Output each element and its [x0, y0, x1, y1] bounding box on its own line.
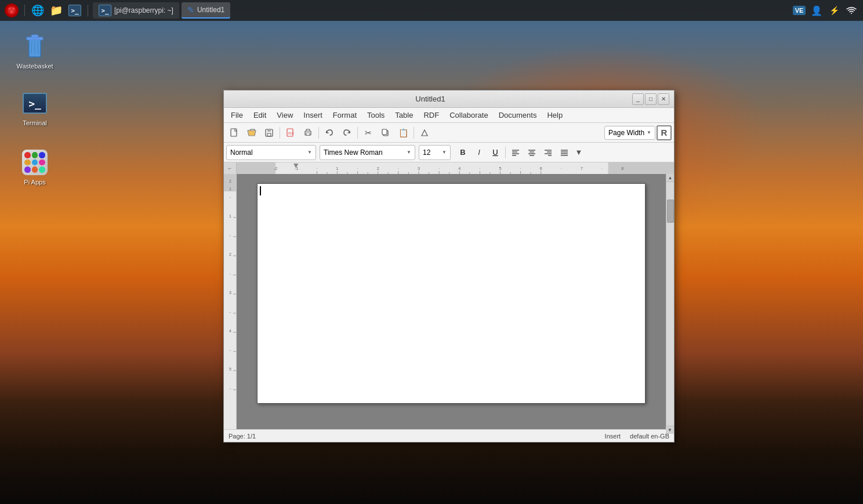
maximize-btn[interactable]: □: [645, 93, 657, 105]
svg-text:3: 3: [418, 166, 420, 171]
document-page[interactable]: [257, 183, 646, 404]
svg-text:1: 1: [229, 187, 231, 191]
taskbar-terminal-app[interactable]: >_ [pi@raspberrypi: ~]: [93, 2, 179, 19]
svg-rect-19: [382, 129, 387, 135]
bluetooth-tray-btn[interactable]: ⚡: [827, 3, 841, 17]
underline-btn[interactable]: U: [488, 145, 503, 160]
desktop-icon-terminal[interactable]: >_ Terminal: [12, 86, 58, 130]
menu-file[interactable]: File: [226, 110, 248, 121]
svg-text:1: 1: [336, 166, 339, 171]
more-formatting-btn[interactable]: ▼: [573, 145, 585, 160]
taskbar-writer-app[interactable]: ✎ Untitled1: [182, 2, 230, 19]
taskbar: 🌐 📁 >_ >_ [pi@raspberrypi: ~] ✎ Untitled…: [0, 0, 863, 21]
toolbar2: Normal ▼ Times New Roman ▼ 12 ▼ B I: [224, 143, 674, 162]
taskbar-sep2: [88, 5, 88, 16]
minimize-btn[interactable]: _: [632, 93, 644, 105]
menu-documents[interactable]: Documents: [494, 110, 542, 121]
menu-insert[interactable]: Insert: [299, 110, 327, 121]
page-width-label: Page Width: [608, 129, 644, 137]
align-justify-btn[interactable]: [557, 145, 572, 160]
page-info: Page: 1/1: [229, 433, 256, 440]
bluetooth-icon: ⚡: [829, 6, 839, 15]
export-pdf-btn[interactable]: PDF: [282, 125, 299, 140]
paste-btn[interactable]: 📋: [395, 125, 411, 140]
menu-edit[interactable]: Edit: [249, 110, 271, 121]
align-right-btn[interactable]: [541, 145, 556, 160]
language-info: default en-GB: [630, 433, 669, 440]
svg-rect-38: [275, 162, 608, 174]
scroll-up-btn[interactable]: ▲: [666, 174, 674, 182]
menu-tools[interactable]: Tools: [362, 110, 389, 121]
svg-text:5: 5: [229, 367, 231, 371]
taskbar-tray: VE 👤 ⚡: [788, 3, 863, 17]
ve-tray-btn[interactable]: VE: [792, 3, 806, 17]
svg-text:2: 2: [229, 179, 231, 183]
scrollbar-vertical[interactable]: ▲ ▼: [666, 174, 674, 429]
menu-help[interactable]: Help: [542, 110, 567, 121]
svg-point-3: [10, 10, 13, 13]
svg-text:·: ·: [438, 166, 440, 171]
doc-scroll[interactable]: [237, 174, 666, 429]
desktop-icon-piapps[interactable]: Pi Apps: [12, 145, 58, 189]
save-btn[interactable]: [261, 125, 277, 140]
align-left-btn[interactable]: [508, 145, 523, 160]
toolbar1: PDF ✂ 📋: [224, 123, 674, 143]
taskbar-browser-btn[interactable]: 🌐: [30, 2, 46, 19]
wifi-tray-btn[interactable]: [844, 3, 858, 17]
piapps-label: Pi Apps: [24, 179, 45, 186]
user-tray-btn[interactable]: 👤: [810, 3, 824, 17]
page-width-dropdown[interactable]: Page Width ▼: [604, 126, 655, 140]
ruler-corner-btn[interactable]: ⌐: [224, 162, 237, 174]
font-dropdown[interactable]: Times New Roman ▼: [320, 145, 415, 160]
menu-format[interactable]: Format: [328, 110, 361, 121]
tb-sep2: [318, 127, 319, 139]
size-dropdown[interactable]: 12 ▼: [419, 145, 451, 160]
align-center-btn[interactable]: [524, 145, 539, 160]
style-label: Normal: [230, 148, 253, 157]
menu-table[interactable]: Table: [390, 110, 418, 121]
scroll-thumb[interactable]: [667, 200, 674, 223]
style-dropdown[interactable]: Normal ▼: [226, 145, 316, 160]
terminal-desktop-icon: >_: [21, 89, 49, 117]
menu-bar: File Edit View Insert Format Tools Table…: [224, 108, 674, 123]
close-btn[interactable]: ✕: [658, 93, 669, 105]
size-chevron: ▼: [442, 150, 447, 155]
taskbar-raspberry-btn[interactable]: [3, 2, 20, 19]
italic-btn[interactable]: I: [472, 145, 487, 160]
print-btn[interactable]: [300, 125, 316, 140]
copy-btn[interactable]: [378, 125, 394, 140]
piapps-icon: [21, 148, 49, 176]
menu-rdf[interactable]: RDF: [419, 110, 444, 121]
clone-btn[interactable]: [416, 125, 433, 140]
scroll-down-btn[interactable]: ▼: [666, 426, 674, 429]
taskbar-terminal-label: [pi@raspberrypi: ~]: [114, 6, 173, 14]
new-file-btn[interactable]: [226, 125, 242, 140]
fmt-sep1: [505, 147, 506, 158]
svg-text:7: 7: [581, 166, 583, 171]
window-title: Untitled1: [229, 95, 632, 103]
svg-line-9: [38, 41, 38, 54]
svg-text:8: 8: [621, 166, 623, 171]
ruler-container: ⌐ -2 -1 · 1 · 2 · 3: [224, 162, 674, 174]
open-file-btn[interactable]: [244, 125, 260, 140]
menu-view[interactable]: View: [272, 110, 298, 121]
r-btn[interactable]: R: [657, 125, 672, 140]
tb-sep1: [280, 127, 280, 139]
undo-btn[interactable]: [321, 125, 338, 140]
desktop: 🌐 📁 >_ >_ [pi@raspberrypi: ~] ✎ Untitled…: [0, 0, 863, 504]
svg-text:3: 3: [229, 291, 231, 295]
terminal-app-icon: >_: [99, 5, 111, 16]
taskbar-files-btn[interactable]: 📁: [48, 2, 64, 19]
taskbar-terminal-btn[interactable]: >_: [67, 2, 83, 19]
svg-rect-82: [224, 191, 237, 389]
svg-text:2: 2: [229, 252, 231, 256]
taskbar-left: 🌐 📁 >_ >_ [pi@raspberrypi: ~] ✎ Untitled…: [0, 2, 234, 19]
menu-collaborate[interactable]: Collaborate: [445, 110, 493, 121]
svg-text:·: ·: [520, 166, 521, 171]
desktop-icon-wastebasket[interactable]: Wastebasket: [12, 29, 58, 73]
redo-btn[interactable]: [339, 125, 355, 140]
cut-btn[interactable]: ✂: [360, 125, 376, 140]
svg-text:5: 5: [499, 166, 501, 171]
bold-btn[interactable]: B: [455, 145, 470, 160]
writer-icon: ✎: [187, 5, 194, 14]
